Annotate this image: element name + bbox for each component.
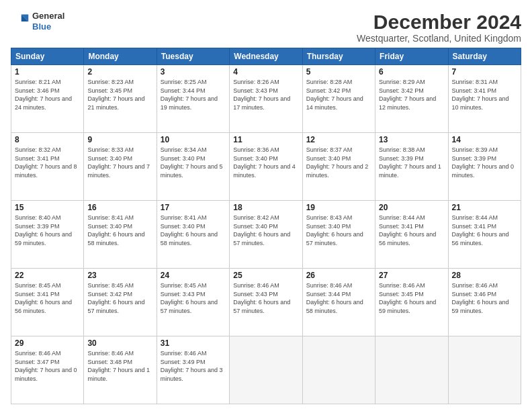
logo-icon bbox=[11, 12, 30, 31]
calendar-week-4: 22Sunrise: 8:45 AMSunset: 3:41 PMDayligh… bbox=[11, 269, 521, 336]
day-number: 31 bbox=[161, 338, 226, 348]
cell-info: Sunrise: 8:46 AMSunset: 3:46 PMDaylight:… bbox=[452, 282, 509, 314]
day-number: 20 bbox=[379, 203, 444, 212]
cell-info: Sunrise: 8:21 AMSunset: 3:46 PMDaylight:… bbox=[15, 79, 72, 111]
cell-info: Sunrise: 8:31 AMSunset: 3:41 PMDaylight:… bbox=[452, 79, 509, 111]
day-number: 14 bbox=[452, 135, 517, 144]
calendar-table: SundayMondayTuesdayWednesdayThursdayFrid… bbox=[11, 48, 521, 404]
calendar-cell: 28Sunrise: 8:46 AMSunset: 3:46 PMDayligh… bbox=[448, 269, 521, 336]
day-number: 25 bbox=[233, 271, 298, 280]
cell-info: Sunrise: 8:28 AMSunset: 3:42 PMDaylight:… bbox=[306, 79, 363, 111]
header-day-tuesday: Tuesday bbox=[157, 48, 229, 65]
header-row: SundayMondayTuesdayWednesdayThursdayFrid… bbox=[11, 48, 521, 65]
header-day-wednesday: Wednesday bbox=[230, 48, 302, 65]
calendar-cell bbox=[230, 336, 302, 404]
day-number: 16 bbox=[87, 203, 152, 212]
day-number: 28 bbox=[452, 271, 517, 280]
day-number: 15 bbox=[15, 203, 80, 212]
cell-info: Sunrise: 8:33 AMSunset: 3:40 PMDaylight:… bbox=[87, 146, 150, 179]
day-number: 22 bbox=[15, 271, 80, 280]
header-day-friday: Friday bbox=[375, 48, 448, 65]
calendar-cell: 8Sunrise: 8:32 AMSunset: 3:41 PMDaylight… bbox=[11, 133, 84, 201]
day-number: 3 bbox=[161, 67, 226, 77]
logo-line2: Blue bbox=[32, 21, 64, 32]
cell-info: Sunrise: 8:45 AMSunset: 3:42 PMDaylight:… bbox=[87, 282, 144, 314]
calendar-cell: 18Sunrise: 8:42 AMSunset: 3:40 PMDayligh… bbox=[230, 201, 302, 269]
cell-info: Sunrise: 8:37 AMSunset: 3:40 PMDaylight:… bbox=[306, 146, 369, 179]
day-number: 17 bbox=[161, 203, 226, 212]
cell-info: Sunrise: 8:41 AMSunset: 3:40 PMDaylight:… bbox=[161, 214, 218, 246]
cell-info: Sunrise: 8:45 AMSunset: 3:43 PMDaylight:… bbox=[161, 282, 218, 314]
day-number: 8 bbox=[15, 135, 80, 144]
calendar-cell: 29Sunrise: 8:46 AMSunset: 3:47 PMDayligh… bbox=[11, 336, 84, 404]
cell-info: Sunrise: 8:39 AMSunset: 3:39 PMDaylight:… bbox=[452, 146, 515, 179]
day-number: 19 bbox=[306, 203, 371, 212]
cell-info: Sunrise: 8:46 AMSunset: 3:49 PMDaylight:… bbox=[161, 350, 223, 382]
calendar-cell: 12Sunrise: 8:37 AMSunset: 3:40 PMDayligh… bbox=[302, 133, 375, 201]
cell-info: Sunrise: 8:42 AMSunset: 3:40 PMDaylight:… bbox=[233, 214, 290, 246]
calendar-cell: 21Sunrise: 8:44 AMSunset: 3:41 PMDayligh… bbox=[448, 201, 521, 269]
day-number: 30 bbox=[87, 338, 152, 348]
cell-info: Sunrise: 8:43 AMSunset: 3:40 PMDaylight:… bbox=[306, 214, 363, 246]
calendar-cell bbox=[375, 336, 448, 404]
calendar-week-2: 8Sunrise: 8:32 AMSunset: 3:41 PMDaylight… bbox=[11, 133, 521, 201]
day-number: 12 bbox=[306, 135, 371, 144]
cell-info: Sunrise: 8:46 AMSunset: 3:45 PMDaylight:… bbox=[379, 282, 436, 314]
day-number: 18 bbox=[233, 203, 298, 212]
logo-line1: General bbox=[32, 11, 64, 21]
cell-info: Sunrise: 8:25 AMSunset: 3:44 PMDaylight:… bbox=[161, 79, 218, 111]
calendar-cell: 10Sunrise: 8:34 AMSunset: 3:40 PMDayligh… bbox=[157, 133, 229, 201]
cell-info: Sunrise: 8:41 AMSunset: 3:40 PMDaylight:… bbox=[87, 214, 144, 246]
day-number: 11 bbox=[233, 135, 298, 144]
calendar-cell: 20Sunrise: 8:44 AMSunset: 3:41 PMDayligh… bbox=[375, 201, 448, 269]
calendar-cell: 27Sunrise: 8:46 AMSunset: 3:45 PMDayligh… bbox=[375, 269, 448, 336]
calendar-week-1: 1Sunrise: 8:21 AMSunset: 3:46 PMDaylight… bbox=[11, 65, 521, 133]
cell-info: Sunrise: 8:44 AMSunset: 3:41 PMDaylight:… bbox=[379, 214, 436, 246]
calendar-week-5: 29Sunrise: 8:46 AMSunset: 3:47 PMDayligh… bbox=[11, 336, 521, 404]
calendar-cell: 13Sunrise: 8:38 AMSunset: 3:39 PMDayligh… bbox=[375, 133, 448, 201]
header-day-sunday: Sunday bbox=[11, 48, 84, 65]
cell-info: Sunrise: 8:46 AMSunset: 3:44 PMDaylight:… bbox=[306, 282, 363, 314]
cell-info: Sunrise: 8:45 AMSunset: 3:41 PMDaylight:… bbox=[15, 282, 72, 314]
cell-info: Sunrise: 8:36 AMSunset: 3:40 PMDaylight:… bbox=[233, 146, 296, 179]
calendar-cell: 25Sunrise: 8:46 AMSunset: 3:43 PMDayligh… bbox=[230, 269, 302, 336]
logo: General Blue bbox=[11, 11, 64, 32]
day-number: 23 bbox=[87, 271, 152, 280]
day-number: 2 bbox=[87, 67, 152, 77]
day-number: 4 bbox=[233, 67, 298, 77]
cell-info: Sunrise: 8:44 AMSunset: 3:41 PMDaylight:… bbox=[452, 214, 509, 246]
day-number: 13 bbox=[379, 135, 444, 144]
cell-info: Sunrise: 8:46 AMSunset: 3:48 PMDaylight:… bbox=[87, 350, 150, 382]
day-number: 21 bbox=[452, 203, 517, 212]
day-number: 29 bbox=[15, 338, 80, 348]
calendar-cell: 5Sunrise: 8:28 AMSunset: 3:42 PMDaylight… bbox=[302, 65, 375, 133]
calendar-cell: 17Sunrise: 8:41 AMSunset: 3:40 PMDayligh… bbox=[157, 201, 229, 269]
calendar-cell: 24Sunrise: 8:45 AMSunset: 3:43 PMDayligh… bbox=[157, 269, 229, 336]
day-number: 7 bbox=[452, 67, 517, 77]
month-title: December 2024 bbox=[357, 11, 521, 33]
calendar-cell: 19Sunrise: 8:43 AMSunset: 3:40 PMDayligh… bbox=[302, 201, 375, 269]
cell-info: Sunrise: 8:46 AMSunset: 3:47 PMDaylight:… bbox=[15, 350, 77, 382]
calendar-cell: 9Sunrise: 8:33 AMSunset: 3:40 PMDaylight… bbox=[84, 133, 157, 201]
day-number: 24 bbox=[161, 271, 226, 280]
cell-info: Sunrise: 8:38 AMSunset: 3:39 PMDaylight:… bbox=[379, 146, 441, 179]
calendar-cell: 16Sunrise: 8:41 AMSunset: 3:40 PMDayligh… bbox=[84, 201, 157, 269]
day-number: 5 bbox=[306, 67, 371, 77]
header-day-thursday: Thursday bbox=[302, 48, 375, 65]
cell-info: Sunrise: 8:23 AMSunset: 3:45 PMDaylight:… bbox=[87, 79, 144, 111]
day-number: 6 bbox=[379, 67, 444, 77]
day-number: 9 bbox=[87, 135, 152, 144]
calendar-cell: 23Sunrise: 8:45 AMSunset: 3:42 PMDayligh… bbox=[84, 269, 157, 336]
day-number: 26 bbox=[306, 271, 371, 280]
header-day-monday: Monday bbox=[84, 48, 157, 65]
calendar-cell: 30Sunrise: 8:46 AMSunset: 3:48 PMDayligh… bbox=[84, 336, 157, 404]
calendar-cell: 26Sunrise: 8:46 AMSunset: 3:44 PMDayligh… bbox=[302, 269, 375, 336]
cell-info: Sunrise: 8:29 AMSunset: 3:42 PMDaylight:… bbox=[379, 79, 436, 111]
cell-info: Sunrise: 8:34 AMSunset: 3:40 PMDaylight:… bbox=[161, 146, 223, 179]
header: General Blue December 2024 Westquarter, … bbox=[11, 11, 521, 44]
calendar-cell: 22Sunrise: 8:45 AMSunset: 3:41 PMDayligh… bbox=[11, 269, 84, 336]
cell-info: Sunrise: 8:32 AMSunset: 3:41 PMDaylight:… bbox=[15, 146, 77, 179]
calendar-week-3: 15Sunrise: 8:40 AMSunset: 3:39 PMDayligh… bbox=[11, 201, 521, 269]
calendar-cell: 1Sunrise: 8:21 AMSunset: 3:46 PMDaylight… bbox=[11, 65, 84, 133]
calendar-cell: 2Sunrise: 8:23 AMSunset: 3:45 PMDaylight… bbox=[84, 65, 157, 133]
